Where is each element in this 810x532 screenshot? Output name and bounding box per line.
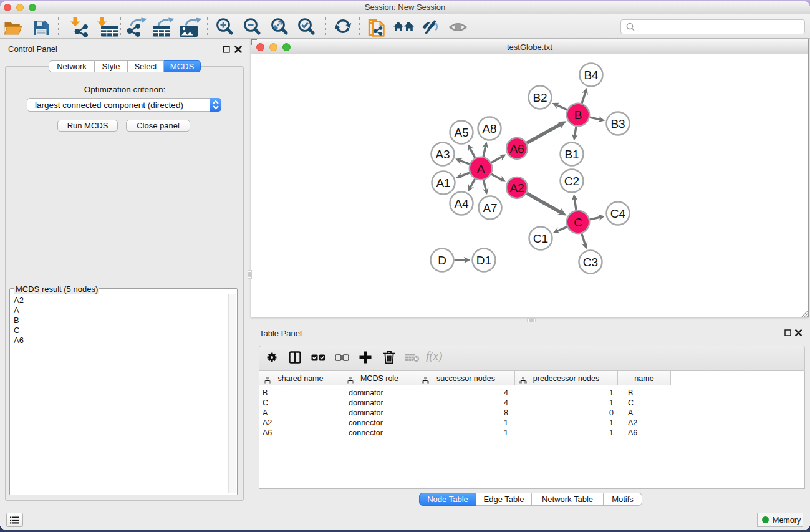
svg-text:D1: D1 [476,254,491,267]
svg-text:A4: A4 [454,197,469,210]
svg-text:A3: A3 [435,148,450,161]
svg-text:B: B [574,109,582,122]
svg-text:C1: C1 [533,232,548,245]
svg-text:C: C [574,216,582,229]
svg-text:A: A [477,162,485,175]
svg-text:A6: A6 [509,142,524,155]
svg-text:C4: C4 [610,207,626,220]
svg-text:B1: B1 [564,148,579,161]
svg-text:A1: A1 [436,177,450,190]
svg-text:B2: B2 [533,91,547,104]
svg-text:A5: A5 [454,126,468,139]
svg-text:B3: B3 [610,117,625,130]
svg-text:B4: B4 [584,69,599,82]
svg-text:C2: C2 [564,175,579,188]
svg-text:A8: A8 [482,122,496,135]
svg-text:C3: C3 [583,256,598,269]
svg-text:A7: A7 [483,201,497,215]
svg-text:A2: A2 [509,181,524,195]
svg-text:D: D [438,254,446,267]
